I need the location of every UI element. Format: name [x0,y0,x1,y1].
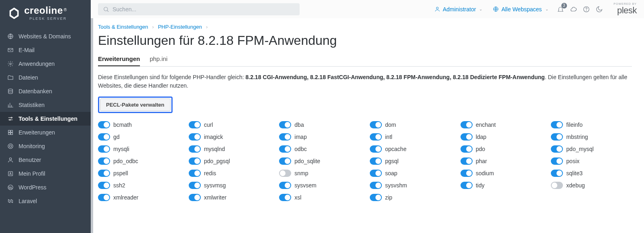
search-icon [103,6,109,13]
toggle-odbc[interactable] [279,145,291,153]
extension-label: fileinfo [566,122,582,128]
sidebar-item-label: Benutzer [19,157,41,163]
svg-point-15 [8,185,13,190]
toggle-imagick[interactable] [189,133,201,141]
tab-phpini[interactable]: php.ini [150,55,167,66]
extension-sysvshm: sysvshm [370,182,451,189]
toggle-xmlreader[interactable] [98,194,110,201]
toggle-pgsql[interactable] [370,157,382,165]
sidebar-item-label: Websites & Domains [19,33,71,40]
toggle-soap[interactable] [370,170,382,177]
stats-icon [7,102,14,108]
sidebar-item-monitoring[interactable]: Monitoring [0,139,91,153]
extension-xsl: xsl [279,194,360,201]
toggle-tidy[interactable] [461,182,473,189]
extension-label: intl [385,134,392,140]
toggle-mysqli[interactable] [98,145,110,153]
sidebar-item-dateien[interactable]: Dateien [0,71,91,84]
extension-pgsql: pgsql [370,157,451,165]
cloud-button[interactable] [569,5,577,13]
toggle-xsl[interactable] [279,194,291,201]
profile-icon [7,170,14,177]
toggle-sysvmsg[interactable] [189,182,201,189]
toggle-fileinfo[interactable] [551,121,563,128]
extension-label: pspell [113,170,128,176]
search-box[interactable] [98,3,300,15]
desc-handlers: 8.2.18 CGI-Anwendung, 8.2.18 FastCGI-Anw… [246,74,545,80]
toggle-ssh2[interactable] [98,182,110,189]
toggle-bcmath[interactable] [98,121,110,128]
breadcrumb-link[interactable]: Tools & Einstellungen [98,24,148,30]
sidebar-item-laravel[interactable]: Laravel [0,194,91,208]
plesk-logo[interactable]: POWERED BY plesk [614,2,637,16]
extension-pdo: pdo [461,145,542,153]
user-menu[interactable]: Administrator ⌄ [432,6,485,13]
toggle-intl[interactable] [370,133,382,141]
toggle-pspell[interactable] [98,170,110,177]
mail-icon [7,47,14,53]
breadcrumb-link[interactable]: PHP-Einstellungen [158,24,202,30]
toggle-sysvshm[interactable] [370,182,382,189]
svg-rect-8 [8,133,10,135]
toggle-zip[interactable] [370,194,382,201]
chevron-right-icon: › [152,24,154,30]
toggle-mysqlnd[interactable] [189,145,201,153]
notifications-button[interactable]: 3 [556,5,565,13]
toggle-pdo_mysql[interactable] [551,145,563,153]
extension-pdo_odbc: pdo_odbc [98,157,179,165]
svg-point-21 [586,10,586,11]
toggle-pdo[interactable] [461,145,473,153]
sidebar-item-wordpress[interactable]: WordPress [0,181,91,194]
toggle-xmlwriter[interactable] [189,194,201,201]
extension-label: sodium [476,170,494,176]
tab-extensions[interactable]: Erweiterungen [98,55,140,66]
toggle-snmp[interactable] [279,170,291,177]
extension-label: ssh2 [113,182,125,189]
extension-sysvsem: sysvsem [279,182,360,189]
toggle-pdo_odbc[interactable] [98,157,110,165]
toggle-sqlite3[interactable] [551,170,563,177]
toggle-xdebug[interactable] [551,182,563,189]
toggle-mbstring[interactable] [551,133,563,141]
sidebar-item-mein-profil[interactable]: Mein Profil [0,167,91,181]
toggle-pdo_pgsql[interactable] [189,157,201,165]
extension-mysqlnd: mysqlnd [189,145,270,153]
toggle-sodium[interactable] [461,170,473,177]
sidebar-item-tools-einstellungen[interactable]: Tools & Einstellungen [0,112,91,126]
scrollbar[interactable] [91,18,93,233]
toggle-opcache[interactable] [370,145,382,153]
help-button[interactable] [582,5,590,13]
toggle-dom[interactable] [370,121,382,128]
toggle-pdo_sqlite[interactable] [279,157,291,165]
sidebar-item-e-mail[interactable]: E-Mail [0,43,91,57]
extension-phar: phar [461,157,542,165]
search-input[interactable] [113,6,295,13]
sidebar-item-erweiterungen[interactable]: Erweiterungen [0,126,91,139]
extension-label: dba [294,122,304,128]
extension-pspell: pspell [98,170,179,177]
toggle-ldap[interactable] [461,133,473,141]
toggle-sysvsem[interactable] [279,182,291,189]
toggle-gd[interactable] [98,133,110,141]
sidebar-item-datenbanken[interactable]: Datenbanken [0,84,91,98]
toggle-redis[interactable] [189,170,201,177]
brand[interactable]: creoline® PLESK SERVER [0,0,91,29]
sidebar-item-anwendungen[interactable]: Anwendungen [0,57,91,71]
webspaces-menu[interactable]: Alle Webspaces ⌄ [490,6,550,13]
sidebar-item-websites-domains[interactable]: Websites & Domains [0,29,91,43]
sidebar-item-benutzer[interactable]: Benutzer [0,153,91,167]
toggle-phar[interactable] [461,157,473,165]
pecl-manage-button[interactable]: PECL-Pakete verwalten [100,99,171,111]
sidebar-item-label: Anwendungen [19,61,55,67]
toggle-imap[interactable] [279,133,291,141]
toggle-curl[interactable] [189,121,201,128]
toggle-dba[interactable] [279,121,291,128]
toggle-posix[interactable] [551,157,563,165]
extension-label: mysqli [113,146,129,152]
user-icon [7,157,14,163]
toggle-enchant[interactable] [461,121,473,128]
theme-toggle[interactable] [595,5,603,13]
sidebar-item-statistiken[interactable]: Statistiken [0,98,91,112]
extension-label: posix [566,158,579,164]
breadcrumb: Tools & Einstellungen › PHP-Einstellunge… [98,24,632,30]
